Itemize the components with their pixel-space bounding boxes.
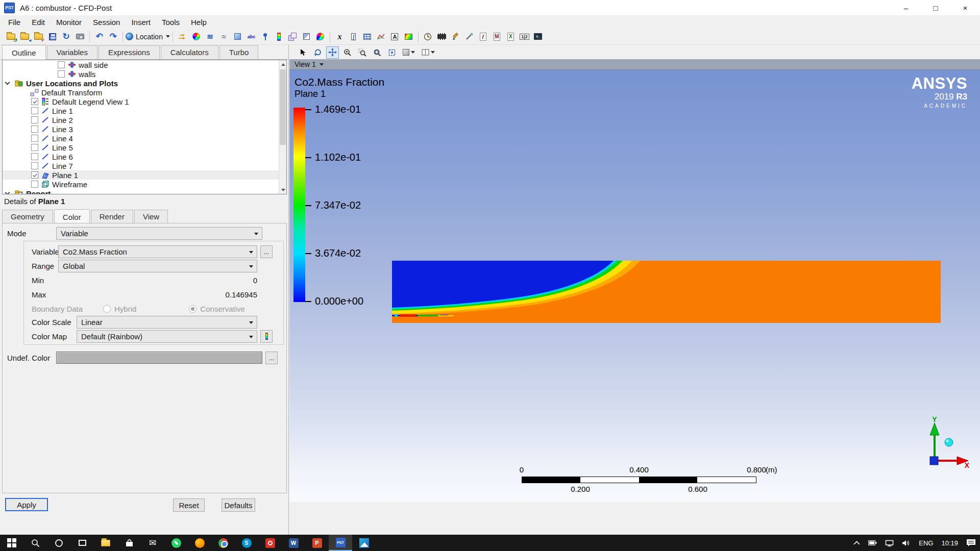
checkbox-checked[interactable] <box>31 98 38 105</box>
close-icon[interactable]: × <box>950 0 980 15</box>
volume-icon[interactable] <box>898 535 915 551</box>
menu-monitor[interactable]: Monitor <box>51 16 87 28</box>
redo-icon[interactable]: ↷ <box>106 30 120 43</box>
snapshot-icon[interactable] <box>73 30 87 43</box>
range-select[interactable]: Global <box>58 260 257 272</box>
checkbox[interactable] <box>31 162 38 169</box>
tree-item-line-5[interactable]: Line 5 <box>3 143 286 152</box>
open-case-icon[interactable]: ◂ <box>18 30 32 43</box>
tree-item-line-2[interactable]: Line 2 <box>3 115 286 124</box>
word-icon[interactable]: W <box>282 535 305 551</box>
scrollbar-thumb[interactable] <box>280 69 286 145</box>
clock[interactable]: 10:19 <box>937 535 962 551</box>
chrome-icon[interactable] <box>211 535 235 551</box>
tab-color[interactable]: Color <box>54 209 90 224</box>
tree-item-default-legend[interactable]: Default Legend View 1 <box>3 97 286 106</box>
zoom-fit-tool-icon[interactable] <box>371 46 383 59</box>
function-calculator-icon[interactable]: ∫ <box>347 30 360 43</box>
tree-item-line-4[interactable]: Line 4 <box>3 134 286 143</box>
tree-item-wall-side[interactable]: wall side <box>3 60 286 69</box>
reset-button[interactable]: Reset <box>173 498 205 512</box>
menu-session[interactable]: Session <box>87 16 126 28</box>
location-dropdown[interactable]: Location <box>126 30 170 43</box>
checkbox-checked[interactable] <box>31 171 38 179</box>
contour-icon[interactable] <box>189 30 203 43</box>
checkbox[interactable] <box>31 153 38 160</box>
expression-icon[interactable]: x <box>333 30 347 43</box>
table-icon[interactable] <box>360 30 374 43</box>
network-icon[interactable] <box>881 535 898 551</box>
streamline-surface-icon[interactable]: ≈ <box>217 30 231 43</box>
checkbox[interactable] <box>31 135 38 142</box>
scroll-down-icon[interactable] <box>279 186 287 194</box>
quick-editor-icon[interactable] <box>449 30 462 43</box>
tray-expand-icon[interactable] <box>849 535 864 551</box>
menu-edit[interactable]: Edit <box>26 16 51 28</box>
menu-file[interactable]: File <box>3 16 26 28</box>
tab-calculators[interactable]: Calculators <box>161 45 218 59</box>
tab-view[interactable]: View <box>134 210 168 223</box>
start-button[interactable] <box>0 535 23 551</box>
checkbox[interactable] <box>31 181 38 188</box>
pan-tool-icon[interactable] <box>326 46 339 59</box>
firefox-icon[interactable] <box>188 535 211 551</box>
language-indicator[interactable]: ENG <box>915 535 937 551</box>
cfd-post-taskbar-icon[interactable]: PST <box>329 535 352 551</box>
legend-icon[interactable] <box>272 30 286 43</box>
expressions-file-icon[interactable]: ƒ <box>476 30 490 43</box>
fit-view-icon[interactable] <box>385 46 398 59</box>
timestep-clock-icon[interactable] <box>421 30 435 43</box>
clip-plane-icon[interactable] <box>300 30 313 43</box>
animation-icon[interactable] <box>435 30 449 43</box>
maximize-icon[interactable]: □ <box>921 0 950 15</box>
volume-rendering-icon[interactable] <box>231 30 244 43</box>
mode-select[interactable]: Variable <box>56 227 262 240</box>
task-view-icon[interactable] <box>70 535 94 551</box>
skype-icon[interactable]: S <box>235 535 258 551</box>
menu-help[interactable]: Help <box>185 16 212 28</box>
tree-item-line-1[interactable]: Line 1 <box>3 106 286 115</box>
expander-icon[interactable] <box>5 190 10 194</box>
checkbox[interactable] <box>31 107 38 114</box>
color-map-editor-button[interactable] <box>260 330 273 343</box>
instance-transform-icon[interactable] <box>286 30 300 43</box>
powerpoint-icon[interactable]: P <box>305 535 329 551</box>
checkbox[interactable] <box>31 116 38 123</box>
file-explorer-icon[interactable] <box>94 535 117 551</box>
tree-item-line-3[interactable]: Line 3 <box>3 124 286 134</box>
view-header[interactable]: View 1 <box>289 59 980 70</box>
vector-icon[interactable] <box>176 30 189 43</box>
select-tool-icon[interactable] <box>297 46 309 59</box>
viewport-layout-dropdown[interactable] <box>420 46 437 59</box>
probe-icon[interactable] <box>462 30 476 43</box>
case-comparison-icon[interactable]: 1|2 <box>518 30 531 43</box>
streamline-icon[interactable]: ≋ <box>203 30 217 43</box>
store-icon[interactable] <box>117 535 141 551</box>
photos-icon[interactable] <box>352 535 376 551</box>
battery-icon[interactable] <box>864 535 881 551</box>
tree-item-walls[interactable]: walls <box>3 69 286 79</box>
scroll-up-icon[interactable] <box>279 60 287 68</box>
zoom-area-tool-icon[interactable] <box>356 46 369 59</box>
media-app-icon[interactable] <box>258 535 282 551</box>
color-scale-select[interactable]: Linear <box>77 316 257 329</box>
tree-item-default-transform[interactable]: Default Transform <box>3 88 286 97</box>
tab-variables[interactable]: Variables <box>47 45 97 59</box>
menu-insert[interactable]: Insert <box>126 16 156 28</box>
point-icon[interactable] <box>258 30 272 43</box>
checkbox[interactable] <box>58 70 65 78</box>
checkbox[interactable] <box>31 126 38 133</box>
figure-icon[interactable] <box>402 30 415 43</box>
undo-icon[interactable]: ↶ <box>92 30 106 43</box>
tree-item-wireframe[interactable]: Wireframe <box>3 180 286 189</box>
variable-select[interactable]: Co2.Mass Fraction <box>58 245 257 258</box>
tab-geometry[interactable]: Geometry <box>2 210 53 223</box>
undef-color-swatch[interactable] <box>56 352 262 364</box>
tab-expressions[interactable]: Expressions <box>99 45 160 59</box>
tree-item-line-7[interactable]: Line 7 <box>3 161 286 170</box>
tree-item-report[interactable]: Report <box>3 189 286 194</box>
load-results-icon[interactable]: ↺ <box>4 30 18 43</box>
tree-item-plane-1[interactable]: Plane 1 <box>3 170 286 180</box>
tab-turbo[interactable]: Turbo <box>219 45 259 59</box>
chart-icon[interactable] <box>374 30 388 43</box>
